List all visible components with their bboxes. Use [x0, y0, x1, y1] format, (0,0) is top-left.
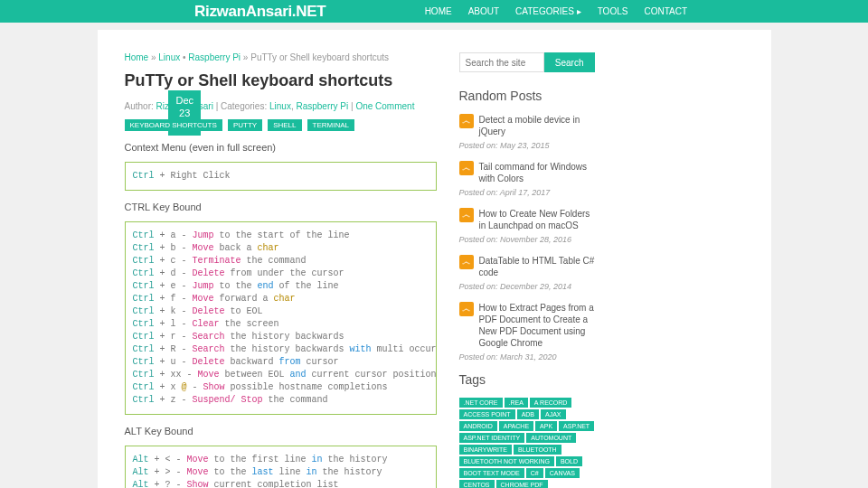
page-title: PuTTy or Shell keyboard shortcuts: [125, 71, 437, 90]
random-post-item[interactable]: ෴Tail command for Windows with Colors: [459, 161, 595, 184]
crumb-home[interactable]: Home: [125, 52, 149, 62]
post-title: How to Create New Folders in Launchpad o…: [479, 208, 595, 231]
code-context: Ctrl + Right Click: [125, 162, 437, 191]
tag-cloud-item[interactable]: AJAX: [541, 409, 566, 419]
tag-cloud: .NET CORE.REAA RECORDACCESS POINTADBAJAX…: [459, 398, 595, 488]
tag-cloud-item[interactable]: .NET CORE: [459, 398, 503, 408]
crumb-linux[interactable]: Linux: [158, 52, 180, 62]
tag-cloud-item[interactable]: .REA: [505, 398, 528, 408]
tag-cloud-item[interactable]: ASP.NET IDENTITY: [459, 433, 525, 443]
nav-about[interactable]: ABOUT: [468, 6, 499, 16]
code-ctrl: Ctrl + a - Jump to the start of the line…: [125, 221, 437, 415]
post-date: Posted on: November 28, 2016: [459, 235, 595, 244]
random-post-item[interactable]: ෴Detect a mobile device in jQuery: [459, 114, 595, 137]
rss-icon: ෴: [459, 208, 474, 222]
random-posts-heading: Random Posts: [459, 89, 595, 103]
tag-cloud-item[interactable]: CANVAS: [545, 468, 580, 478]
tag-item[interactable]: KEYBOARD SHORTCUTS: [125, 119, 222, 131]
post-title: DataTable to HTML Table C# code: [479, 255, 595, 278]
main-nav: HOME ABOUT CATEGORIES ▸ TOOLS CONTACT: [425, 6, 687, 16]
post-title: Tail command for Windows with Colors: [479, 161, 595, 184]
tag-item[interactable]: SHELL: [268, 119, 301, 131]
tag-cloud-item[interactable]: C#: [526, 468, 543, 478]
comments-link[interactable]: One Comment: [355, 101, 414, 111]
tags-heading: Tags: [459, 372, 595, 387]
date-day: 23: [174, 107, 195, 119]
tag-item[interactable]: PUTTY: [228, 119, 262, 131]
search-button[interactable]: Search: [544, 52, 595, 72]
search-input[interactable]: [459, 52, 544, 72]
tag-cloud-item[interactable]: BLUETOOTH NOT WORKING: [459, 456, 554, 466]
tag-cloud-item[interactable]: CENTOS: [459, 480, 495, 488]
tag-cloud-item[interactable]: ASP.NET: [559, 421, 594, 431]
post-title: How to Extract Pages from a PDF Document…: [479, 302, 595, 349]
tag-cloud-item[interactable]: AUTOMOUNT: [526, 433, 576, 443]
tag-item[interactable]: TERMINAL: [307, 119, 354, 131]
section-label: Context Menu (even in full screen): [125, 142, 437, 153]
code-alt: Alt + < - Move to the first line in the …: [125, 446, 437, 488]
tag-cloud-item[interactable]: BOOT TEXT MODE: [459, 468, 524, 478]
section-label: ALT Key Bound: [125, 426, 437, 436]
tag-cloud-item[interactable]: BINARYWRITE: [459, 445, 513, 455]
rss-icon: ෴: [459, 114, 474, 128]
rss-icon: ෴: [459, 161, 474, 175]
random-post-item[interactable]: ෴How to Extract Pages from a PDF Documen…: [459, 302, 595, 349]
tag-cloud-item[interactable]: APACHE: [499, 421, 533, 431]
nav-contact[interactable]: CONTACT: [644, 6, 687, 16]
crumb-raspberry[interactable]: Raspberry Pi: [188, 52, 241, 62]
tag-cloud-item[interactable]: A RECORD: [530, 398, 572, 408]
nav-categories[interactable]: CATEGORIES ▸: [515, 6, 581, 16]
site-logo[interactable]: RizwanAnsari.NET: [194, 3, 326, 21]
post-title: Detect a mobile device in jQuery: [479, 114, 595, 137]
post-date: Posted on: April 17, 2017: [459, 188, 595, 197]
post-date: Posted on: March 31, 2020: [459, 352, 595, 361]
tag-cloud-item[interactable]: CHROME PDF: [496, 480, 548, 488]
tag-cloud-item[interactable]: ANDROID: [459, 421, 497, 431]
tag-cloud-item[interactable]: BOLD: [556, 456, 582, 466]
rss-icon: ෴: [459, 302, 474, 316]
tag-cloud-item[interactable]: BLUETOOTH: [514, 445, 561, 455]
nav-tools[interactable]: TOOLS: [598, 6, 628, 16]
cat-link-raspberry[interactable]: Raspberry Pi: [296, 101, 348, 111]
random-post-item[interactable]: ෴DataTable to HTML Table C# code: [459, 255, 595, 278]
cat-link-linux[interactable]: Linux: [269, 101, 291, 111]
tag-cloud-item[interactable]: ACCESS POINT: [459, 409, 515, 419]
date-month: Dec: [174, 94, 195, 107]
section-label: CTRL Key Bound: [125, 202, 437, 212]
random-post-item[interactable]: ෴How to Create New Folders in Launchpad …: [459, 208, 595, 231]
post-date: Posted on: December 29, 2014: [459, 282, 595, 291]
post-tags: KEYBOARD SHORTCUTS PUTTY SHELL TERMINAL: [125, 118, 437, 131]
crumb-current: PuTTy or Shell keyboard shortcuts: [250, 52, 389, 62]
nav-home[interactable]: HOME: [425, 6, 452, 16]
rss-icon: ෴: [459, 255, 474, 269]
tag-cloud-item[interactable]: ADB: [517, 409, 539, 419]
tag-cloud-item[interactable]: APK: [535, 421, 557, 431]
post-date: Posted on: May 23, 2015: [459, 141, 595, 150]
breadcrumb: Home » Linux • Raspberry Pi » PuTTy or S…: [125, 52, 437, 62]
